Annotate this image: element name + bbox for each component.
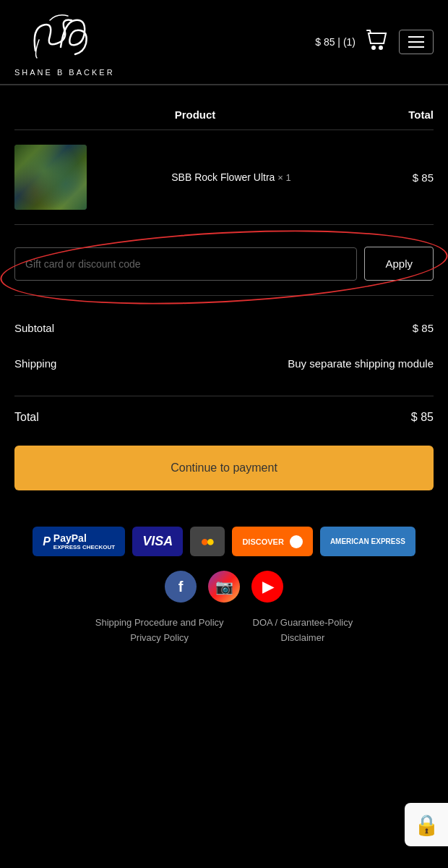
youtube-icon: ▶	[262, 578, 273, 595]
svg-point-1	[379, 46, 382, 49]
svg-point-0	[372, 46, 375, 49]
payment-methods-section: P PayPal EXPRESS CHECKOUT VISA ● ● DISCO…	[14, 527, 434, 556]
logo-area: SHANE B BACKER	[14, 7, 115, 77]
product-image-inner	[14, 145, 87, 210]
paypal-label: PayPal	[53, 532, 115, 544]
facebook-icon: f	[178, 579, 184, 595]
total-row: Total $ 85	[14, 396, 434, 438]
discover-badge: DISCOVER	[232, 527, 312, 556]
product-image	[14, 145, 87, 210]
discover-label: DISCOVER	[242, 537, 283, 546]
header-right: $ 85 | (1)	[315, 29, 434, 55]
menu-button[interactable]	[399, 30, 434, 54]
mc-circle-2: ●	[206, 533, 215, 550]
amex-label: AMERICAN EXPRESS	[330, 537, 405, 545]
subtotal-value: $ 85	[413, 322, 434, 334]
footer-col-left: Shipping Procedure and Policy Privacy Po…	[95, 617, 224, 643]
subtotal-label: Subtotal	[14, 322, 54, 334]
product-row: SBB Rock Flower Ultra × 1 $ 85	[14, 130, 434, 225]
shipping-label: Shipping	[14, 357, 56, 370]
discover-circle	[290, 535, 303, 548]
table-header: Product Total	[14, 100, 434, 130]
discount-section: Apply	[14, 225, 434, 296]
visa-label: VISA	[142, 534, 173, 549]
main-content: Product Total SBB Rock Flower Ultra × 1 …	[0, 85, 448, 665]
cart-info: $ 85 | (1)	[315, 36, 356, 48]
visa-badge: VISA	[132, 527, 183, 556]
menu-line-2	[408, 41, 424, 43]
product-price: $ 85	[376, 171, 434, 184]
shipping-row: Shipping Buy separate shipping module	[14, 346, 434, 381]
total-column-header: Total	[376, 109, 434, 121]
instagram-button[interactable]: 📷	[208, 571, 240, 603]
disclaimer-link[interactable]: Disclaimer	[281, 632, 325, 643]
subtotal-row: Subtotal $ 85	[14, 310, 434, 346]
discount-code-input[interactable]	[14, 247, 357, 281]
privacy-policy-link[interactable]: Privacy Policy	[130, 632, 189, 643]
product-quantity: × 1	[277, 172, 290, 183]
brand-name: SHANE B BACKER	[14, 68, 115, 77]
menu-line-1	[408, 36, 424, 38]
shipping-value: Buy separate shipping module	[288, 357, 434, 370]
paypal-text: PayPal EXPRESS CHECKOUT	[53, 532, 115, 550]
instagram-icon: 📷	[215, 578, 233, 595]
paypal-p-icon: P	[43, 535, 51, 548]
recaptcha-widget[interactable]: 🔒	[405, 803, 448, 846]
site-header: SHANE B BACKER $ 85 | (1)	[0, 0, 448, 85]
recaptcha-icon: 🔒	[414, 813, 439, 837]
footer-links: Shipping Procedure and Policy Privacy Po…	[14, 617, 434, 643]
menu-line-3	[408, 46, 424, 48]
social-section: f 📷 ▶	[14, 571, 434, 603]
facebook-button[interactable]: f	[165, 571, 197, 603]
doa-policy-link[interactable]: DOA / Guarantee-Policy	[253, 617, 353, 628]
mastercard-badge: ● ●	[190, 527, 225, 556]
total-value: $ 85	[411, 411, 434, 424]
youtube-button[interactable]: ▶	[251, 571, 283, 603]
cart-icon[interactable]	[366, 29, 389, 55]
amex-badge: AMERICAN EXPRESS	[320, 527, 415, 556]
logo-svg	[21, 7, 108, 65]
paypal-sub: EXPRESS CHECKOUT	[53, 544, 115, 550]
product-details: SBB Rock Flower Ultra × 1	[87, 171, 376, 183]
total-label: Total	[14, 411, 39, 424]
continue-to-payment-button[interactable]: Continue to payment	[14, 446, 434, 490]
paypal-badge: P PayPal EXPRESS CHECKOUT	[33, 527, 125, 556]
product-name: SBB Rock Flower Ultra	[171, 171, 275, 183]
discount-inner: Apply	[14, 247, 434, 281]
summary-section: Subtotal $ 85 Shipping Buy separate ship…	[14, 296, 434, 396]
footer-col-right: DOA / Guarantee-Policy Disclaimer	[253, 617, 353, 643]
apply-button[interactable]: Apply	[364, 247, 434, 281]
product-column-header: Product	[14, 109, 376, 121]
shipping-policy-link[interactable]: Shipping Procedure and Policy	[95, 617, 224, 628]
